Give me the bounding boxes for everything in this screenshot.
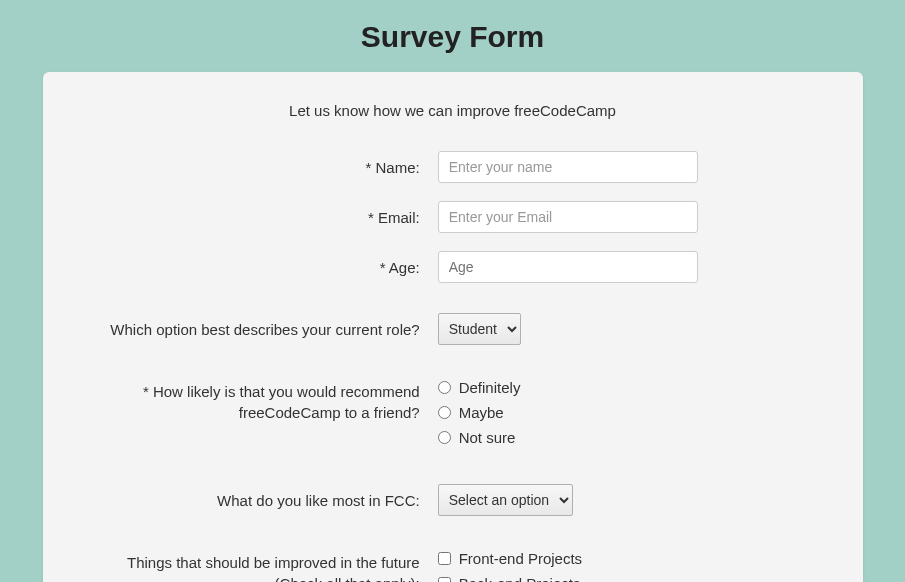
name-label: * Name: (83, 151, 438, 178)
check-backend-label: Back-end Projects (459, 575, 581, 582)
row-age: * Age: (83, 251, 823, 283)
form-card: Let us know how we can improve freeCodeC… (43, 72, 863, 582)
radio-notsure[interactable]: Not sure (438, 429, 823, 446)
email-input[interactable] (438, 201, 698, 233)
check-frontend-label: Front-end Projects (459, 550, 582, 567)
likemost-label: What do you like most in FCC: (83, 484, 438, 511)
email-label: * Email: (83, 201, 438, 228)
role-label: Which option best describes your current… (83, 313, 438, 340)
row-improve: Things that should be improved in the fu… (83, 546, 823, 582)
row-role: Which option best describes your current… (83, 313, 823, 345)
radio-maybe-label: Maybe (459, 404, 504, 421)
radio-definitely-label: Definitely (459, 379, 521, 396)
page-title: Survey Form (0, 0, 905, 72)
radio-definitely[interactable]: Definitely (438, 379, 823, 396)
radio-notsure-input[interactable] (438, 431, 451, 444)
name-input[interactable] (438, 151, 698, 183)
check-frontend[interactable]: Front-end Projects (438, 550, 823, 567)
age-label: * Age: (83, 251, 438, 278)
row-name: * Name: (83, 151, 823, 183)
likemost-select[interactable]: Select an option (438, 484, 573, 516)
radio-notsure-label: Not sure (459, 429, 516, 446)
improve-label: Things that should be improved in the fu… (83, 546, 438, 582)
row-recommend: * How likely is that you would recommend… (83, 375, 823, 454)
radio-maybe-input[interactable] (438, 406, 451, 419)
check-frontend-input[interactable] (438, 552, 451, 565)
row-likemost: What do you like most in FCC: Select an … (83, 484, 823, 516)
check-backend-input[interactable] (438, 577, 451, 582)
check-backend[interactable]: Back-end Projects (438, 575, 823, 582)
radio-maybe[interactable]: Maybe (438, 404, 823, 421)
radio-definitely-input[interactable] (438, 381, 451, 394)
improve-check-group: Front-end Projects Back-end Projects Dat… (438, 546, 823, 582)
recommend-label: * How likely is that you would recommend… (83, 375, 438, 423)
recommend-radio-group: Definitely Maybe Not sure (438, 375, 823, 446)
row-email: * Email: (83, 201, 823, 233)
role-select[interactable]: Student (438, 313, 521, 345)
age-input[interactable] (438, 251, 698, 283)
form-subtitle: Let us know how we can improve freeCodeC… (83, 102, 823, 119)
